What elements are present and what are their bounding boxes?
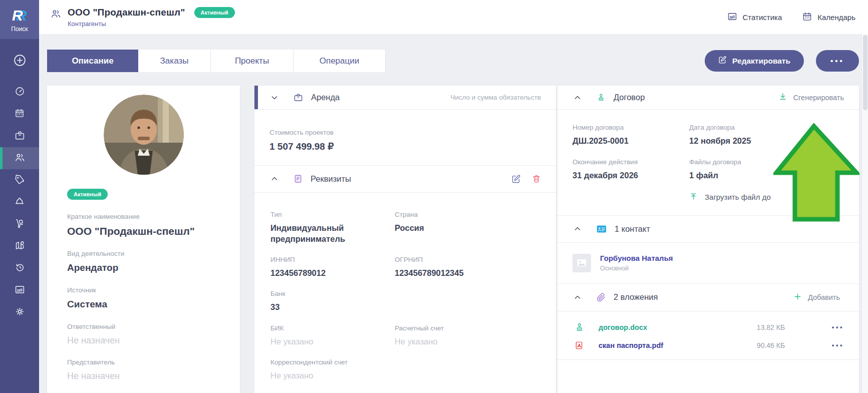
briefcase-icon xyxy=(15,130,25,143)
sidebar-item-construction[interactable] xyxy=(0,191,39,213)
file-more-button[interactable]: ••• xyxy=(832,323,844,331)
id-card-icon xyxy=(597,225,607,233)
sidebar-item-supplies[interactable] xyxy=(0,213,39,235)
tab-operations[interactable]: Операции xyxy=(294,50,386,72)
calendar-button[interactable]: Календарь xyxy=(802,12,855,23)
attachments-list: договор.docx 13.82 КБ ••• скан паспорта.… xyxy=(557,311,859,360)
rent-requisites-card: Аренда Число и сумма обязательств Стоимо… xyxy=(254,86,556,393)
tab-projects[interactable]: Проекты xyxy=(211,50,294,72)
field-source: Источник Система xyxy=(67,286,221,311)
chevron-up-icon[interactable] xyxy=(269,174,279,184)
sidebar-item-contractors[interactable] xyxy=(0,147,39,169)
statistics-icon xyxy=(727,12,738,23)
more-actions-button[interactable]: ••• xyxy=(816,50,859,72)
field-contract-end: Окончание действия 31 декабря 2026 xyxy=(572,158,689,202)
avatar xyxy=(104,95,184,175)
search-label: Поиск xyxy=(11,26,28,33)
chevron-up-icon[interactable] xyxy=(572,93,583,103)
chevron-up-icon[interactable] xyxy=(572,292,583,302)
sidebar-item-add[interactable] xyxy=(0,50,39,72)
sidebar-item-map[interactable] xyxy=(0,235,39,257)
rent-hint: Число и сумма обязательств xyxy=(450,94,541,101)
field-settlement-account: Расчетный счет Не указано xyxy=(395,324,546,347)
statistics-button[interactable]: Статистика xyxy=(727,12,782,23)
file-size: 13.82 КБ xyxy=(757,323,832,331)
contact-name-link[interactable]: Горбунова Наталья xyxy=(600,254,673,262)
contacts-panel-title: 1 контакт xyxy=(615,224,650,234)
map-icon xyxy=(15,240,25,253)
stamp-icon xyxy=(597,93,606,102)
gear-icon xyxy=(15,306,25,319)
contact-row[interactable]: Горбунова Наталья Основной xyxy=(557,243,859,284)
svg-text:R: R xyxy=(12,7,23,24)
dashboard-icon xyxy=(15,86,25,99)
rent-panel-title: Аренда xyxy=(311,93,340,102)
page-title: ООО "Продакшн-спешл" xyxy=(68,7,185,18)
breadcrumb[interactable]: Контрагенты xyxy=(68,20,235,28)
field-short-name: Краткое наименование ООО "Продакшн-спешл… xyxy=(67,213,221,238)
calendar-icon xyxy=(802,12,812,23)
plus-circle-icon xyxy=(13,54,27,69)
sidebar-item-projects[interactable] xyxy=(0,125,39,147)
download-icon xyxy=(778,92,787,103)
field-correspondent-account: Корреспондентский счет Не указано xyxy=(270,358,395,381)
scrollbar[interactable] xyxy=(861,34,868,393)
field-bik: БИК Не указано xyxy=(270,324,395,347)
plus-icon xyxy=(793,292,802,302)
edit-button[interactable]: Редактировать xyxy=(705,50,804,72)
field-contract-date: Дата договора 12 ноября 2025 xyxy=(689,124,859,146)
upload-contract-file-button[interactable]: Загрузить файл до xyxy=(689,192,859,202)
add-attachment-button[interactable]: Добавить xyxy=(793,292,840,302)
chevron-down-icon[interactable] xyxy=(269,93,279,103)
logo-search-button[interactable]: R R Поиск xyxy=(0,0,39,39)
sidebar: R R Поиск xyxy=(0,0,39,393)
sidebar-item-calendar[interactable] xyxy=(0,103,39,125)
sidebar-item-tags[interactable] xyxy=(0,169,39,191)
sidebar-item-dashboard[interactable] xyxy=(0,81,39,103)
field-country: Страна Россия xyxy=(395,211,546,245)
tab-bar: Описание Заказы Проекты Операции xyxy=(47,50,386,72)
contact-role: Основной xyxy=(600,265,673,272)
scrollbar-thumb[interactable] xyxy=(863,35,867,110)
pdf-file-icon xyxy=(574,340,588,350)
field-innip: ИННИП 123456789012 xyxy=(270,256,395,278)
field-activity-kind: Вид деятельности Арендатор xyxy=(67,250,221,274)
field-representative: Представитель Не назначен xyxy=(67,358,221,382)
rent-panel-header: Аренда Число и сумма обязательств xyxy=(254,86,556,110)
requisites-doc-icon xyxy=(294,174,303,183)
contractors-icon xyxy=(14,152,26,165)
sidebar-item-settings[interactable] xyxy=(0,301,39,323)
requisites-edit-button[interactable] xyxy=(511,174,521,184)
contacts-panel-header: 1 контакт xyxy=(557,215,859,243)
tag-icon xyxy=(15,174,25,187)
app-logo-icon: R R xyxy=(10,7,30,24)
requisites-delete-button[interactable] xyxy=(532,174,541,183)
hardhat-icon xyxy=(14,196,25,209)
field-contract-files: Файлы договора 1 файл Загрузить файл до xyxy=(689,158,859,202)
file-link[interactable]: скан паспорта.pdf xyxy=(599,341,663,349)
history-icon xyxy=(15,262,25,275)
file-size: 90.46 КБ xyxy=(757,341,832,349)
content: Описание Заказы Проекты Операции Редакти… xyxy=(39,34,868,393)
file-row: скан паспорта.pdf 90.46 КБ ••• xyxy=(557,336,859,354)
chart-icon xyxy=(15,284,25,297)
rent-briefcase-icon xyxy=(294,93,303,102)
field-type: Тип Индивидуальный предприниматель xyxy=(270,211,395,245)
sidebar-item-statistics[interactable] xyxy=(0,279,39,301)
calendar-icon xyxy=(15,108,25,120)
file-more-button[interactable]: ••• xyxy=(832,341,844,349)
topbar: ООО "Продакшн-спешл" Активный Контрагент… xyxy=(39,0,868,34)
requisites-panel-header: Реквизиты xyxy=(254,165,556,193)
panel-accent-bar xyxy=(254,86,258,109)
generate-button[interactable]: Сгенерировать xyxy=(778,92,844,103)
app-root: R R Поиск xyxy=(0,0,868,393)
contract-card: Договор Сгенерировать Номер договора ДШ.… xyxy=(557,86,859,393)
sidebar-nav xyxy=(0,50,39,323)
file-link[interactable]: договор.docx xyxy=(599,323,647,331)
tab-orders[interactable]: Заказы xyxy=(138,50,211,72)
profile-status-badge: Активный xyxy=(67,189,108,200)
attachments-panel-header: 2 вложения Добавить xyxy=(557,284,859,311)
tab-description[interactable]: Описание xyxy=(47,50,138,72)
chevron-up-icon[interactable] xyxy=(572,224,583,234)
sidebar-item-history[interactable] xyxy=(0,257,39,279)
